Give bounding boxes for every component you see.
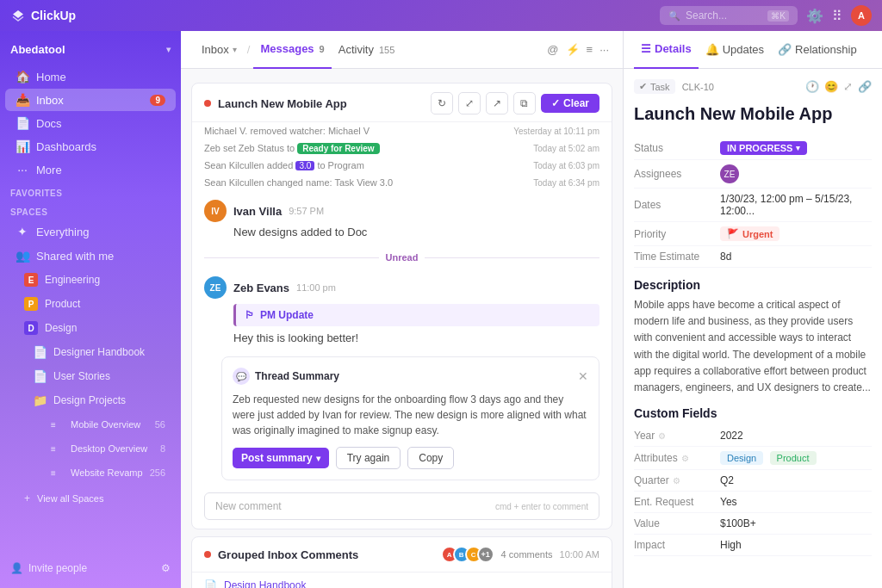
chat-message-zeb: ZE Zeb Evans 11:00 pm 🏳 PM Update Hey th… [192, 268, 612, 353]
folder-icon: 📁 [33, 393, 47, 407]
cf-quarter-settings-icon: ⚙ [673, 476, 680, 486]
urgent-badge[interactable]: 🚩 Urgent [720, 226, 780, 241]
in-progress-badge[interactable]: IN PROGRESS ▾ [720, 141, 807, 155]
description-text: Mobile apps have become a critical aspec… [634, 297, 872, 396]
sidebar-item-shared[interactable]: 👥 Shared with me [5, 244, 176, 267]
clock-icon[interactable]: 🕐 [805, 80, 819, 93]
emoji-icon[interactable]: 😊 [824, 80, 838, 93]
grouped-meta: A B C +1 4 comments 10:00 AM [441, 546, 599, 563]
post-summary-button[interactable]: Post summary ▾ [233, 448, 329, 468]
cf-settings-icon: ⚙ [658, 431, 666, 441]
activity-row-2: Zeb set Zeb Status to Ready for Review T… [192, 139, 612, 157]
dashboards-icon: 📊 [16, 139, 29, 153]
sort-icon[interactable]: ≡ [587, 43, 593, 56]
comment-input[interactable]: New comment cmd + enter to comment [204, 492, 599, 520]
right-panel-header: ☰ Details 🔔 Updates 🔗 Relationship [624, 31, 882, 69]
sidebar-item-design-projects[interactable]: 📁 Design Projects [5, 389, 176, 412]
tab-updates[interactable]: 🔔 Updates [699, 31, 771, 69]
sidebar-item-inbox[interactable]: 📥 Inbox 9 [5, 89, 176, 111]
tab-details[interactable]: ☰ Details [634, 31, 699, 69]
task-icons: 🕐 😊 ⤢ 🔗 [805, 80, 872, 93]
sidebar-item-more[interactable]: ··· More [5, 158, 176, 181]
settings-icon[interactable]: ⚙️ [806, 8, 823, 24]
summary-close-button[interactable]: ✕ [578, 369, 588, 383]
invite-people-button[interactable]: 👤 Invite people ⚙ [10, 562, 171, 574]
task-type-badge: ✔ Task [634, 79, 675, 94]
attr-design-tag: Design [720, 451, 763, 465]
refresh-button[interactable]: ↻ [431, 92, 453, 115]
header-actions: @ ⚡ ≡ ··· [547, 43, 609, 56]
custom-fields-title: Custom Fields [634, 406, 872, 420]
copy-link-button[interactable]: ⧉ [513, 92, 536, 115]
filter-icon[interactable]: ⚡ [566, 43, 580, 56]
more-icon: ··· [16, 163, 29, 176]
cf-attr-settings-icon: ⚙ [681, 454, 689, 463]
thread-header: Launch New Mobile App ↻ ⤢ ↗ ⧉ ✓ Clear [192, 84, 612, 122]
grouped-header: Grouped Inbox Comments A B C +1 4 commen… [192, 537, 612, 573]
sidebar-item-dashboards[interactable]: 📊 Dashboards [5, 135, 176, 158]
relationship-icon: 🔗 [778, 43, 792, 56]
app-logo: ClickUp [10, 8, 76, 23]
workspace-header[interactable]: Abedatool ▾ [0, 38, 181, 61]
everything-icon: ✦ [16, 225, 29, 238]
inbox-dropdown[interactable]: Inbox ▾ [195, 43, 244, 56]
thread-card-launch: Launch New Mobile App ↻ ⤢ ↗ ⧉ ✓ Clear [191, 83, 612, 529]
sidebar-item-website-revamp[interactable]: ≡ Website Revamp 256 [5, 461, 176, 484]
sidebar-item-designer-handbook[interactable]: 📄 Designer Handbook [5, 341, 176, 363]
tab-messages[interactable]: Messages 9 [253, 31, 331, 69]
grouped-dot [204, 551, 211, 558]
thread-summary-box: 💬 Thread Summary ✕ Zeb requested new des… [221, 356, 599, 480]
settings-icon-small: ⚙ [161, 562, 171, 574]
at-icon[interactable]: @ [547, 43, 558, 56]
tab-activity[interactable]: Activity 155 [332, 31, 402, 69]
urgent-flag: 🚩 [727, 228, 739, 239]
unread-divider: Unread [192, 247, 612, 268]
share-icon[interactable]: ⤢ [843, 80, 853, 93]
assignees-value: ZE [720, 164, 739, 183]
inbox-label: Inbox [202, 43, 229, 56]
engineering-icon: E [24, 273, 38, 287]
tab-relationship[interactable]: 🔗 Relationship [771, 31, 864, 69]
user-avatar[interactable]: A [851, 5, 872, 26]
sidebar-item-engineering[interactable]: E Engineering [5, 269, 176, 291]
expand-button[interactable]: ⤢ [458, 92, 481, 115]
external-link-button[interactable]: ↗ [486, 92, 508, 115]
thread-dot [204, 100, 211, 107]
sidebar-item-design[interactable]: D Design [5, 317, 176, 339]
sidebar-item-product[interactable]: P Product [5, 293, 176, 315]
comment-input-row: New comment cmd + enter to comment [192, 484, 612, 529]
sidebar-item-everything[interactable]: ✦ Everything [5, 220, 176, 243]
sidebar-item-home[interactable]: 🏠 Home [5, 65, 176, 88]
sidebar-item-user-stories[interactable]: 📄 User Stories [5, 365, 176, 387]
status-badge-ready: Ready for Review [297, 143, 379, 154]
list-icon: ≡ [47, 418, 60, 431]
copy-button[interactable]: Copy [407, 447, 454, 469]
right-panel-content: ✔ Task CLK-10 🕐 😊 ⤢ 🔗 Launch New Mobile … [624, 69, 882, 588]
doc-icon-2: 📄 [33, 369, 47, 383]
task-icon: ✔ [639, 81, 647, 92]
clear-button[interactable]: ✓ Clear [541, 94, 599, 113]
messages-list: Launch New Mobile App ↻ ⤢ ↗ ⧉ ✓ Clear [181, 69, 623, 588]
view-all-spaces[interactable]: + View all Spaces [5, 488, 176, 509]
grouped-comments-card: Grouped Inbox Comments A B C +1 4 commen… [191, 536, 612, 588]
tab-divider: / [247, 43, 251, 56]
list-icon-3: ≡ [47, 466, 60, 480]
summary-icon: 💬 [233, 368, 250, 385]
more-options-icon[interactable]: ··· [599, 43, 609, 56]
sidebar-item-mobile-overview[interactable]: ≡ Mobile Overview 56 [5, 413, 176, 436]
avatar-ivan: IV [204, 200, 227, 222]
sidebar-item-desktop-overview[interactable]: ≡ Desktop Overview 8 [5, 437, 176, 460]
pm-update-box: 🏳 PM Update [233, 304, 599, 326]
field-time-estimate: Time Estimate 8d [634, 246, 872, 268]
shared-icon: 👥 [16, 249, 29, 263]
link-icon[interactable]: 🔗 [858, 80, 872, 93]
center-header: Inbox ▾ / Messages 9 Activity 155 @ ⚡ ≡ … [181, 31, 623, 69]
docs-icon: 📄 [16, 116, 29, 130]
try-again-button[interactable]: Try again [336, 447, 401, 469]
mini-avatar-extra: +1 [477, 546, 494, 563]
doc-icon: 📄 [33, 345, 47, 359]
search-bar[interactable]: 🔍 Search... ⌘K [660, 6, 798, 25]
grid-icon[interactable]: ⠿ [832, 8, 842, 24]
field-status: Status IN PROGRESS ▾ [634, 137, 872, 160]
sidebar-item-docs[interactable]: 📄 Docs [5, 112, 176, 134]
